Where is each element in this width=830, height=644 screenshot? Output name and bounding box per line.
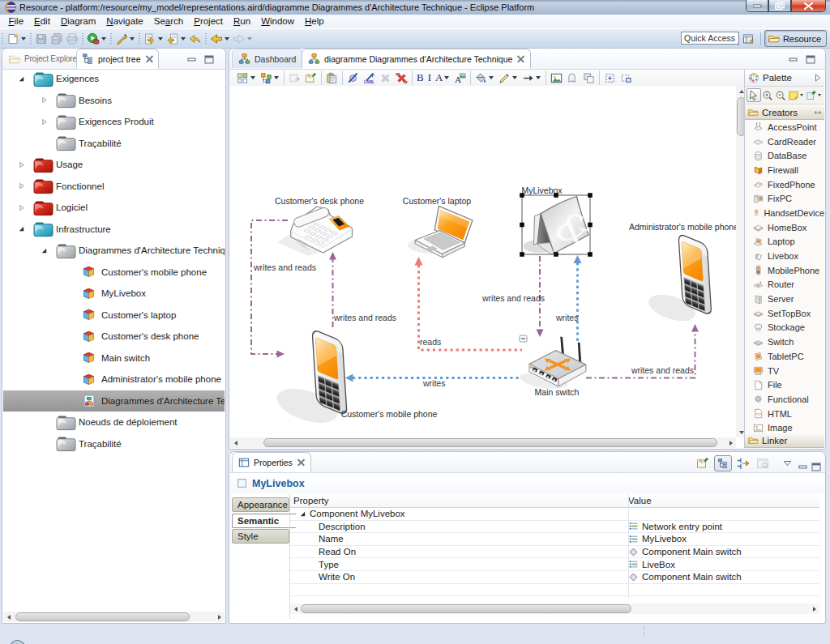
edge-switch-to-admin[interactable]: writes and reads xyxy=(586,324,699,378)
palette-item[interactable]: Firewall xyxy=(745,163,824,177)
diagram-canvas[interactable]: writes and reads writes and reads reads … xyxy=(230,86,747,448)
view-menu-button[interactable] xyxy=(779,456,795,471)
forward-button[interactable] xyxy=(231,31,254,47)
scrollbar-thumb[interactable] xyxy=(301,604,631,613)
scroll-right-icon[interactable] xyxy=(809,603,819,614)
expand-arrow-icon[interactable] xyxy=(18,161,25,168)
select-all-button[interactable] xyxy=(602,70,618,85)
menu-item[interactable]: Run xyxy=(229,15,256,28)
collapsed-label-widget[interactable] xyxy=(520,335,527,342)
palette-item[interactable]: Stockage xyxy=(745,321,824,335)
tree-item[interactable]: Infrastructure xyxy=(3,219,225,241)
search-light-button[interactable] xyxy=(113,31,136,47)
dropdown-arrow-icon[interactable] xyxy=(274,76,279,79)
tree-item[interactable]: Customer's laptop xyxy=(3,305,225,326)
node-desk-phone[interactable]: Customer's desk phone xyxy=(275,196,364,256)
pin-elements-button[interactable] xyxy=(303,70,319,85)
scrollbar-thumb[interactable] xyxy=(15,612,190,621)
palette-item[interactable]: Server xyxy=(745,292,824,306)
table-row-root[interactable]: Component MyLivebox xyxy=(290,508,819,521)
menu-item[interactable]: Search xyxy=(148,15,188,28)
resource-perspective-button[interactable]: Resource xyxy=(764,30,827,47)
palette-item[interactable]: FixedPhone xyxy=(745,177,824,192)
dropdown-arrow-icon[interactable] xyxy=(247,37,252,41)
expand-arrow-icon[interactable] xyxy=(41,118,48,126)
snap-to-grid-button[interactable] xyxy=(618,70,635,85)
palette-item[interactable]: FixPC xyxy=(745,191,824,206)
menu-item[interactable]: Project xyxy=(189,15,229,28)
tree-item[interactable]: Traçabilité xyxy=(3,433,225,455)
palette-header[interactable]: Palette xyxy=(745,70,824,87)
dropdown-arrow-icon[interactable] xyxy=(158,37,163,41)
palette-item[interactable]: SetTopBox xyxy=(745,306,824,321)
palette-drawer-creators[interactable]: Creators xyxy=(745,104,824,120)
palette-item[interactable]: MobilePhone xyxy=(745,263,824,278)
tab-properties[interactable]: Properties xyxy=(232,452,311,472)
open-perspective-button[interactable] xyxy=(742,31,757,47)
set-image-button[interactable] xyxy=(549,70,565,85)
maximize-view-button[interactable] xyxy=(806,53,815,62)
menu-item[interactable]: Diagram xyxy=(55,15,101,28)
view-menu-extra-button[interactable] xyxy=(755,456,771,471)
table-row[interactable]: Name MyLivebox xyxy=(290,533,819,546)
palette-item[interactable]: DataBase xyxy=(745,148,824,163)
copy-appearance-button[interactable] xyxy=(581,70,597,85)
note-attachment-tool-button[interactable] xyxy=(805,90,823,101)
dropdown-arrow-icon[interactable] xyxy=(130,37,135,41)
fill-color-button[interactable] xyxy=(473,70,497,85)
line-style-button[interactable] xyxy=(520,70,544,85)
run-external-tools-button[interactable] xyxy=(85,31,108,47)
menu-item[interactable]: Window xyxy=(256,15,300,28)
close-tab-icon[interactable] xyxy=(297,458,305,466)
expand-arrow-icon[interactable] xyxy=(18,75,25,83)
close-window-button[interactable] xyxy=(791,0,826,12)
canvas-horizontal-scrollbar[interactable] xyxy=(230,437,736,448)
apply-style-button[interactable] xyxy=(565,70,581,85)
palette-item[interactable]: File xyxy=(745,377,824,392)
node-admin-phone[interactable]: Administrator's mobile phone xyxy=(629,222,736,326)
line-color-button[interactable] xyxy=(497,70,520,85)
back-button[interactable] xyxy=(208,31,231,47)
tree-item[interactable]: Administrator's mobile phone xyxy=(3,369,225,390)
properties-side-tab[interactable]: Style xyxy=(232,529,289,544)
palette-item[interactable]: CardReader xyxy=(745,134,824,149)
dropdown-arrow-icon[interactable] xyxy=(512,76,517,79)
expand-arrow-icon[interactable] xyxy=(299,510,306,518)
dropdown-arrow-icon[interactable] xyxy=(21,37,26,41)
tree-item[interactable]: Exigences xyxy=(3,68,225,90)
tree-item[interactable]: Main switch xyxy=(3,348,225,369)
minimize-view-button[interactable] xyxy=(789,53,798,62)
maximize-view-button[interactable] xyxy=(204,53,214,62)
palette-item[interactable]: Switch xyxy=(745,335,824,349)
hide-element-button[interactable] xyxy=(345,70,362,85)
tab-project-explorer[interactable]: Project Explorer xyxy=(4,49,83,68)
scroll-right-icon[interactable] xyxy=(725,437,736,448)
save-all-button[interactable] xyxy=(49,31,64,47)
dropdown-arrow-icon[interactable] xyxy=(444,76,449,79)
table-horizontal-scrollbar[interactable] xyxy=(290,603,819,614)
minimize-window-button[interactable] xyxy=(746,0,768,12)
tree-item[interactable]: Fonctionnel xyxy=(3,176,225,198)
print-button[interactable] xyxy=(64,31,79,47)
expand-arrow-icon[interactable] xyxy=(41,96,48,104)
menu-item[interactable]: Edit xyxy=(29,15,56,28)
dropdown-arrow-icon[interactable] xyxy=(250,76,255,79)
column-divider[interactable] xyxy=(628,493,629,598)
expand-arrow-icon[interactable] xyxy=(41,247,48,254)
palette-item[interactable]: HTML xyxy=(745,407,824,421)
tab-diagramme[interactable]: diagramme Diagrammes d'Architecture Tech… xyxy=(302,49,531,69)
palette-item[interactable]: Laptop xyxy=(745,235,824,249)
bold-button[interactable]: B xyxy=(415,70,426,85)
expand-arrow-icon[interactable] xyxy=(18,204,25,211)
drawer-pin-icon[interactable] xyxy=(814,109,822,116)
maximize-view-button[interactable] xyxy=(811,460,821,469)
properties-side-tab[interactable]: Appearance xyxy=(232,497,289,512)
palette-item[interactable]: HomeBox xyxy=(745,220,824,235)
arrange-all-button[interactable] xyxy=(259,70,282,85)
font-button[interactable]: A xyxy=(434,70,452,85)
dropdown-arrow-icon[interactable] xyxy=(489,76,494,79)
palette-item[interactable]: TabletPC xyxy=(745,349,824,364)
properties-side-tab[interactable]: Semantic xyxy=(232,514,297,528)
edge-switch-to-livebox[interactable]: writes xyxy=(555,255,582,342)
sash-grip[interactable] xyxy=(643,625,645,637)
